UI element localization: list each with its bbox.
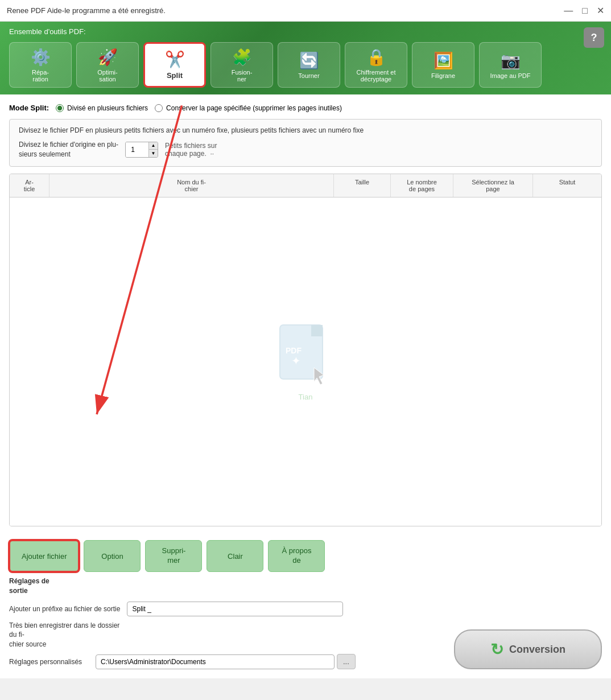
tool-split-label: Split xyxy=(167,71,183,80)
options-note: Petits fichiers surchaque page. ·· xyxy=(165,142,217,158)
toolbar-label: Ensemble d'outils PDF: xyxy=(9,27,86,36)
bottom-left: Réglages de sortie Ajouter un préfixe au… xyxy=(9,577,443,669)
clair-button[interactable]: Clair xyxy=(207,540,263,572)
main-window: Renee PDF Aide-le programme a été enregi… xyxy=(0,0,611,678)
th-status: Statut xyxy=(533,174,601,197)
options-description: Divisez le fichier PDF en plusieurs peti… xyxy=(19,126,592,134)
save-source-row: Très bien enregistrer dans le dossier du… xyxy=(9,621,443,649)
file-table: Ar-ticle Nom du fi-chier Taille Le nombr… xyxy=(9,174,602,527)
svg-text:✦: ✦ xyxy=(291,355,301,367)
split-icon: ✂️ xyxy=(165,50,185,69)
tool-reparation-label: Répa- ration xyxy=(32,69,49,83)
bottom-row: Réglages de sortie Ajouter un préfixe au… xyxy=(0,577,611,678)
custom-path-input[interactable] xyxy=(96,654,335,669)
tool-fusion-label: Fusion- ner xyxy=(232,69,253,83)
pdf-placeholder: PDF ✦ Tian xyxy=(277,322,334,401)
prefix-row: Ajouter un préfixe au fichier de sortie xyxy=(9,602,443,616)
svg-text:PDF: PDF xyxy=(286,346,302,355)
minimize-button[interactable]: — xyxy=(564,6,573,15)
tool-optimisation[interactable]: 🚀 Optimi- sation xyxy=(76,42,139,88)
th-article: Ar-ticle xyxy=(10,174,49,197)
table-header: Ar-ticle Nom du fi-chier Taille Le nombr… xyxy=(10,174,601,197)
image-au-pdf-icon: 📷 xyxy=(501,51,521,70)
tool-image-au-pdf[interactable]: 📷 Image au PDF xyxy=(479,42,542,88)
radio-divise-label[interactable]: Divisé en plusieurs fichiers xyxy=(67,104,148,112)
title-bar: Renee PDF Aide-le programme a été enregi… xyxy=(0,0,611,22)
th-pages: Le nombrede pages xyxy=(391,174,453,197)
reparation-icon: ⚙️ xyxy=(31,48,51,67)
page-number-spinner[interactable]: ▲ ▼ xyxy=(125,142,158,158)
tool-filigrane-label: Filigrane xyxy=(431,72,455,79)
pdf-placeholder-label: Tian xyxy=(299,393,313,401)
radio-supprimer-input[interactable] xyxy=(155,104,163,112)
table-body: PDF ✦ Tian xyxy=(10,197,601,526)
conversion-icon: ↻ xyxy=(490,640,503,659)
svg-rect-4 xyxy=(311,325,323,336)
maximize-button[interactable]: □ xyxy=(582,6,588,15)
radio-supprimer-page[interactable]: Conserver la page spécifiée (supprimer l… xyxy=(155,104,342,112)
custom-path-row: Réglages personnalisés ... xyxy=(9,654,443,669)
close-button[interactable]: ✕ xyxy=(597,6,604,15)
conversion-button[interactable]: ↻ Conversion xyxy=(454,629,602,669)
tool-tourner-label: Tourner xyxy=(298,72,319,79)
folder-row: ... xyxy=(96,654,356,669)
save-source-label: Très bien enregistrer dans le dossier du… xyxy=(9,621,123,649)
radio-supprimer-label[interactable]: Conserver la page spécifiée (supprimer l… xyxy=(166,104,342,112)
tool-chiffrement[interactable]: 🔒 Chiffrement et décryptage xyxy=(345,42,407,88)
tool-tourner[interactable]: 🔄 Tourner xyxy=(278,42,340,88)
tool-image-au-pdf-label: Image au PDF xyxy=(490,72,531,79)
tool-filigrane[interactable]: 🖼️ Filigrane xyxy=(412,42,474,88)
pdf-placeholder-icon: PDF ✦ xyxy=(277,322,334,390)
source-label: Divisez le fichier d'origine en plu-sieu… xyxy=(19,140,118,159)
options-box: Divisez le fichier PDF en plusieurs peti… xyxy=(9,119,602,167)
browse-button[interactable]: ... xyxy=(337,654,356,669)
ajouter-fichier-button[interactable]: Ajouter fichier xyxy=(9,540,79,572)
filigrane-icon: 🖼️ xyxy=(434,51,453,70)
options-row: Divisez le fichier d'origine en plu-sieu… xyxy=(19,140,592,159)
tool-reparation[interactable]: ⚙️ Répa- ration xyxy=(9,42,72,88)
tool-chiffrement-label: Chiffrement et décryptage xyxy=(357,69,396,83)
window-title: Renee PDF Aide-le programme a été enregi… xyxy=(7,6,564,15)
spinner-buttons: ▲ ▼ xyxy=(148,142,158,157)
conversion-label: Conversion xyxy=(509,644,565,656)
chiffrement-icon: 🔒 xyxy=(366,48,386,67)
radio-divise-plusieurs[interactable]: Divisé en plusieurs fichiers xyxy=(56,104,148,112)
custom-path-label: Réglages personnalisés xyxy=(9,658,89,666)
title-bar-controls: — □ ✕ xyxy=(564,6,604,15)
option-button[interactable]: Option xyxy=(84,540,141,572)
page-number-input[interactable] xyxy=(126,142,148,157)
settings-output-row: Réglages de sortie xyxy=(9,577,443,597)
th-select-page: Sélectionnez lapage xyxy=(453,174,533,197)
prefix-input[interactable] xyxy=(127,602,343,616)
tool-optimisation-label: Optimi- sation xyxy=(97,69,117,83)
prefix-label: Ajouter un préfixe au fichier de sortie xyxy=(9,605,120,613)
spinner-down-button[interactable]: ▼ xyxy=(148,150,158,157)
bottom-buttons: Ajouter fichier Option Suppri- mer Clair… xyxy=(0,536,611,577)
tool-split[interactable]: ✂️ Split xyxy=(143,42,206,88)
mode-split-row: Mode Split: Divisé en plusieurs fichiers… xyxy=(9,104,602,112)
spinner-up-button[interactable]: ▲ xyxy=(148,142,158,150)
th-size: Taille xyxy=(334,174,391,197)
content-area: Mode Split: Divisé en plusieurs fichiers… xyxy=(0,94,611,536)
th-filename: Nom du fi-chier xyxy=(49,174,334,197)
radio-divise-input[interactable] xyxy=(56,104,64,112)
help-button[interactable]: ? xyxy=(584,27,604,48)
optimisation-icon: 🚀 xyxy=(98,48,118,67)
mode-split-label: Mode Split: xyxy=(9,104,49,112)
fusion-icon: 🧩 xyxy=(232,48,252,67)
supprimer-button[interactable]: Suppri- mer xyxy=(145,540,202,572)
settings-output-label: Réglages de sortie xyxy=(9,577,49,596)
tourner-icon: 🔄 xyxy=(299,51,319,70)
tool-fusion[interactable]: 🧩 Fusion- ner xyxy=(210,42,273,88)
a-propos-button[interactable]: À propos de xyxy=(268,540,325,572)
toolbar: Ensemble d'outils PDF: ? ⚙️ Répa- ration… xyxy=(0,22,611,94)
